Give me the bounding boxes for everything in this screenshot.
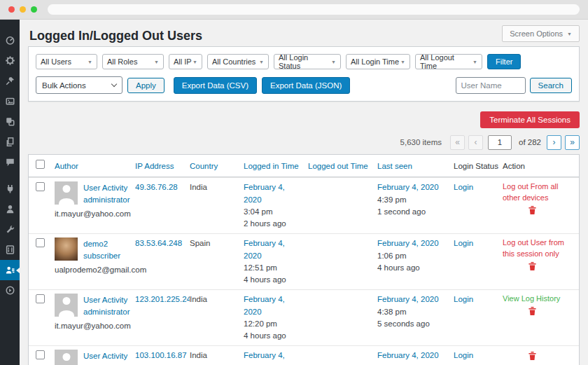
ip-link[interactable]: 83.53.64.248 <box>135 239 182 247</box>
login-date-link[interactable]: February 4, 2020 <box>244 294 304 318</box>
author-role-link[interactable]: administrator <box>83 362 130 365</box>
login-date-link[interactable]: February 4, 2020 <box>244 237 304 262</box>
search-button[interactable]: Search <box>530 78 572 93</box>
sidebar-item-options[interactable] <box>0 240 20 260</box>
first-page-button[interactable]: « <box>450 135 465 150</box>
countries-filter-select[interactable]: All Countries▼ <box>207 54 269 69</box>
login-time-filter-select[interactable]: All Login Time▼ <box>346 54 410 69</box>
author-role-link[interactable]: administrator <box>83 194 130 206</box>
avatar <box>55 237 78 261</box>
last-seen-ago: 5 seconds ago <box>377 318 449 330</box>
col-logged-in-time[interactable]: Logged in Time <box>244 162 308 170</box>
sidebar-item-comments[interactable] <box>0 152 20 172</box>
row-checkbox[interactable] <box>36 238 45 247</box>
chevron-down-icon: ▼ <box>472 60 477 64</box>
ip-link[interactable]: 103.100.16.87 <box>135 351 187 359</box>
row-checkbox[interactable] <box>36 294 45 303</box>
table-row: User Activity administrator it.mayur@yah… <box>29 289 579 345</box>
sidebar-item-gallery[interactable] <box>0 111 20 132</box>
last-page-button[interactable]: » <box>565 135 580 150</box>
sidebar-item-collapse[interactable] <box>0 280 20 301</box>
action-link[interactable]: Log out User from this session only <box>503 237 568 260</box>
login-status-filter-select[interactable]: All Login Status▼ <box>274 54 341 69</box>
table-row: User Activity administrator it.mayur@yah… <box>29 177 579 233</box>
author-name-link[interactable]: User Activity <box>83 182 130 194</box>
zoom-button[interactable] <box>31 6 37 13</box>
row-checkbox[interactable] <box>36 350 45 359</box>
chevron-down-icon: ▼ <box>567 32 572 36</box>
last-seen-date-link[interactable]: February 4, 2020 <box>377 294 449 305</box>
action-link[interactable]: View Log History <box>503 294 568 305</box>
screen: Logged In/Logged Out Users Screen Option… <box>0 0 588 365</box>
login-status-link[interactable]: Login <box>454 351 473 359</box>
last-seen-date-link[interactable]: February 4, 2020 <box>377 181 449 193</box>
author-role-link[interactable]: administrator <box>83 306 130 318</box>
comments-icon <box>5 157 15 167</box>
ip-filter-select[interactable]: All IP▼ <box>169 54 202 69</box>
screen-options-button[interactable]: Screen Options ▼ <box>502 25 580 42</box>
sidebar-item-tools[interactable] <box>0 219 20 240</box>
author-name-link[interactable]: demo2 <box>83 238 120 250</box>
trash-icon[interactable] <box>528 205 537 215</box>
country-value: India <box>190 350 244 361</box>
author-name-link[interactable]: User Activity <box>83 294 130 306</box>
logout-time-filter-select[interactable]: All Logout Time▼ <box>415 54 482 69</box>
col-login-status: Login Status <box>454 162 503 170</box>
table-row: User Activity administrator it.mayur@yah… <box>29 345 579 365</box>
col-logged-out-time[interactable]: Logged out Time <box>308 162 377 170</box>
current-page-input[interactable] <box>488 135 512 150</box>
login-ago: 4 hours ago <box>244 274 304 286</box>
roles-filter-select[interactable]: All Roles▼ <box>102 54 164 69</box>
prev-page-button[interactable]: ‹ <box>468 135 483 150</box>
avatar <box>55 294 78 317</box>
sidebar-item-pages[interactable] <box>0 132 20 152</box>
url-bar[interactable] <box>48 4 580 15</box>
bulk-actions-select[interactable]: Bulk Actions <box>36 76 122 94</box>
apply-button[interactable]: Apply <box>127 78 164 93</box>
sidebar-item-dashboard[interactable] <box>0 30 20 50</box>
col-ip-address[interactable]: IP Address <box>135 162 190 170</box>
trash-icon[interactable] <box>528 306 537 316</box>
col-country[interactable]: Country <box>190 162 244 170</box>
sidebar-item-posts[interactable] <box>0 71 20 91</box>
sidebar-item-plugins[interactable] <box>0 179 20 199</box>
login-status-link[interactable]: Login <box>454 239 473 247</box>
ip-link[interactable]: 49.36.76.28 <box>135 183 178 191</box>
chevron-down-icon <box>111 81 117 87</box>
author-name-link[interactable]: User Activity <box>83 350 130 362</box>
filter-panel: All Users▼ All Roles▼ All IP▼ All Countr… <box>28 46 580 102</box>
sidebar-item-user-activity[interactable] <box>0 260 20 280</box>
users-filter-select[interactable]: All Users▼ <box>36 54 97 69</box>
tools-icon <box>5 224 15 235</box>
action-link[interactable]: Log out From all other devices <box>503 181 568 204</box>
login-status-link[interactable]: Login <box>454 295 473 303</box>
close-button[interactable] <box>8 6 15 13</box>
sidebar-item-media[interactable] <box>0 91 20 111</box>
minimize-button[interactable] <box>20 6 26 13</box>
sidebar-item-settings-gear[interactable] <box>0 50 20 71</box>
trash-icon[interactable] <box>528 351 537 361</box>
author-role-link[interactable]: subscriber <box>83 250 120 262</box>
col-last-seen[interactable]: Last seen <box>377 162 454 170</box>
chevron-down-icon: ▼ <box>259 60 264 64</box>
login-time: 12:51 pm <box>244 262 304 274</box>
last-seen-date-link[interactable]: February 4, 2020 <box>377 350 449 361</box>
login-status-link[interactable]: Login <box>454 183 473 191</box>
row-checkbox[interactable] <box>36 182 45 191</box>
export-json-button[interactable]: Export Data (JSON) <box>262 77 350 94</box>
login-date-link[interactable]: February 4, 2020 <box>244 181 304 206</box>
sidebar-item-users[interactable] <box>0 199 20 219</box>
ip-link[interactable]: 123.201.225.243 <box>135 295 190 303</box>
last-seen-time: 4:38 pm <box>377 306 449 318</box>
export-csv-button[interactable]: Export Data (CSV) <box>174 77 257 94</box>
username-search-input[interactable] <box>456 77 526 94</box>
select-all-checkbox[interactable] <box>36 160 45 169</box>
country-value: India <box>190 181 244 193</box>
col-author[interactable]: Author <box>55 162 135 170</box>
last-seen-date-link[interactable]: February 4, 2020 <box>377 237 449 249</box>
trash-icon[interactable] <box>528 261 537 271</box>
terminate-all-sessions-button[interactable]: Terminate All Sessions <box>480 111 580 128</box>
filter-button[interactable]: Filter <box>487 54 521 69</box>
next-page-button[interactable]: › <box>547 135 561 150</box>
login-date-link[interactable]: February 4, 2020 <box>244 350 304 365</box>
